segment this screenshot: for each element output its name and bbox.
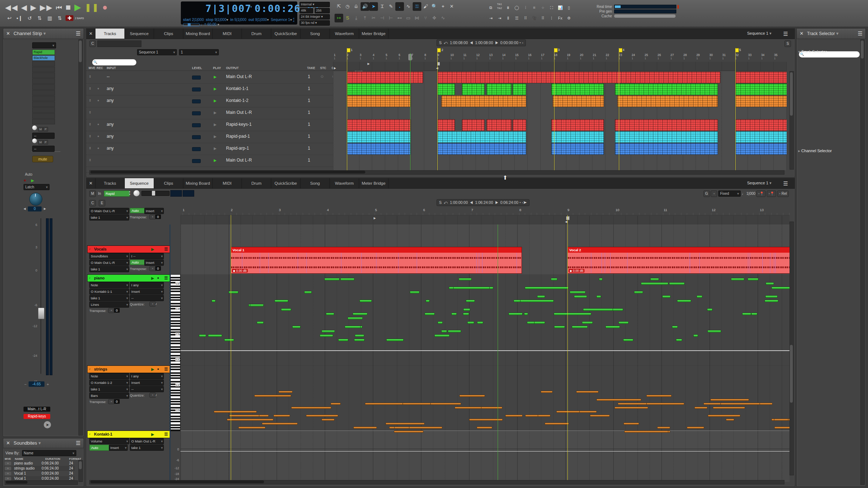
- punch-triangle[interactable]: ◀: [565, 220, 567, 223]
- skip-to-start-button[interactable]: ⏮: [56, 4, 63, 12]
- transpose-value[interactable]: 0: [155, 214, 161, 219]
- tracks-vscroll[interactable]: [790, 71, 794, 170]
- frame-rate-dropdown[interactable]: 30 fps nd ▾: [299, 20, 330, 26]
- clip-block[interactable]: [615, 84, 718, 95]
- lcd-out[interactable]: 9|1|000: [255, 18, 267, 22]
- soundbites-vscroll[interactable]: [78, 460, 83, 482]
- strip-dd-take1[interactable]: take 1 ▾: [89, 386, 129, 392]
- midi-note-green[interactable]: [765, 300, 778, 302]
- midi-note-green[interactable]: [572, 326, 588, 328]
- midi-note-green[interactable]: [426, 300, 429, 302]
- sequence-seq-menu[interactable]: Sequence 1 ▾: [747, 181, 771, 185]
- insert-slot-empty[interactable]: [32, 102, 55, 107]
- clip-block[interactable]: [735, 119, 787, 131]
- seq-metronome-knob[interactable]: [133, 190, 140, 196]
- strings-roll-region[interactable]: [180, 365, 790, 431]
- strip-play-icon[interactable]: ▶: [151, 275, 154, 282]
- clip-block[interactable]: [437, 84, 455, 95]
- midi-note-orange[interactable]: [227, 419, 273, 421]
- rec-dot[interactable]: ●: [97, 99, 99, 102]
- tab-tracks-drum[interactable]: Drum: [242, 29, 271, 39]
- loop-icon[interactable]: ↺: [25, 15, 34, 21]
- clip-block[interactable]: [437, 143, 526, 155]
- midi-note-green[interactable]: [669, 282, 685, 285]
- close-icon[interactable]: ✕: [86, 29, 95, 39]
- menu-icon[interactable]: ☰: [76, 438, 81, 448]
- midi-note-green[interactable]: [509, 313, 523, 315]
- midi-note-green[interactable]: [463, 308, 470, 311]
- insert-slot-empty[interactable]: [32, 96, 55, 101]
- clip-block[interactable]: [512, 119, 526, 131]
- tool-rows-icon[interactable]: ☰: [512, 14, 521, 22]
- strip-dd-b[interactable]: I any ▾: [130, 282, 164, 288]
- track-row-piano[interactable]: ⇕●any▶Kontakt-1-11♪piano: [86, 83, 333, 95]
- midi-note-green[interactable]: [353, 313, 367, 315]
- clip-block[interactable]: [735, 131, 787, 143]
- lcd-start[interactable]: 2|1|000: [192, 18, 204, 22]
- midi-note-green[interactable]: [338, 339, 348, 341]
- midi-note-green[interactable]: [634, 291, 643, 294]
- midi-note-green[interactable]: [618, 321, 629, 324]
- seq-velocity-slider[interactable]: [141, 191, 170, 196]
- sequence-menu-icon[interactable]: ☰: [783, 180, 788, 187]
- insert-slot-empty[interactable]: [32, 84, 55, 90]
- memory-start-triangle[interactable]: ▶: [367, 62, 370, 65]
- strip-menu-icon[interactable]: ☰: [164, 246, 168, 253]
- strip-dd-b[interactable]: -- ▾: [130, 295, 164, 301]
- tool-audition-icon[interactable]: ⇱: [335, 2, 343, 11]
- play-toggle[interactable]: ▶: [214, 158, 217, 162]
- tool-insert-up-icon[interactable]: ⤒: [361, 14, 369, 22]
- clip-block[interactable]: [462, 84, 485, 95]
- seq-selection-bar[interactable]: S ⤺ 1:00:00:00 ◀ 1:06:24:00 ▶ 0:06:24:00…: [437, 199, 529, 206]
- send-2-mute[interactable]: M: [38, 140, 43, 145]
- stop-at-counter-icon[interactable]: ▪❙: [15, 15, 24, 21]
- clip-block[interactable]: [512, 84, 526, 95]
- pause-button[interactable]: ❚❚: [85, 3, 99, 12]
- midi-note-green[interactable]: [676, 339, 682, 341]
- midi-note-orange[interactable]: [596, 399, 641, 401]
- midi-note-green[interactable]: [748, 278, 758, 281]
- tracks-search-input[interactable]: [92, 59, 136, 65]
- tool-metronome-icon[interactable]: 🕭: [352, 2, 361, 11]
- soundbite-row[interactable]: ≈piano audio0:06:24.0024: [4, 461, 75, 466]
- level-pill[interactable]: [192, 87, 201, 91]
- clip-block[interactable]: [437, 131, 526, 143]
- stop-button[interactable]: ■: [65, 2, 72, 12]
- play-toggle[interactable]: ▶: [214, 123, 217, 127]
- midi-note-green[interactable]: [641, 282, 668, 285]
- track-row-kontakt-1[interactable]: ⇕▶Main Out L-R1▦Kontakt-1: [86, 107, 333, 119]
- midi-note-green[interactable]: [697, 295, 702, 298]
- tool-gear-icon[interactable]: ⚙: [565, 14, 573, 22]
- rec-dot[interactable]: ●: [97, 134, 99, 138]
- record-button[interactable]: ●: [102, 2, 109, 12]
- midi-note-green[interactable]: [453, 287, 490, 289]
- midi-note-green[interactable]: [229, 291, 238, 294]
- tool-camera-icon[interactable]: 🎥: [530, 14, 539, 22]
- audio-clip-1[interactable]: Vocal 1◆ 0.00 dB: [231, 247, 522, 274]
- strip-play-icon[interactable]: ▶: [151, 246, 154, 253]
- midi-note-orange[interactable]: [353, 427, 377, 429]
- output-assign-button[interactable]: Main...t L-R: [24, 407, 50, 412]
- play-toggle[interactable]: ▶: [214, 146, 217, 150]
- tracks-menu-icon[interactable]: ☰: [783, 31, 788, 37]
- strip-dd-b[interactable]: take 1 ▾: [130, 445, 164, 451]
- take-value[interactable]: 1: [308, 98, 310, 103]
- midi-note-green[interactable]: [212, 300, 216, 302]
- auto-dropdown[interactable]: Auto: [130, 208, 146, 213]
- clip-block[interactable]: [551, 119, 604, 131]
- selector-group-row[interactable]: ▾ Track Selector: [798, 50, 827, 54]
- tool-cols-icon[interactable]: ⫴: [504, 14, 512, 22]
- tab-tracks-mixing-board[interactable]: Mixing Board: [183, 29, 213, 39]
- midi-note-orange[interactable]: [259, 415, 269, 417]
- strip-preset-dropdown[interactable]: ▾: [32, 42, 56, 48]
- midi-note-orange[interactable]: [710, 399, 749, 401]
- midi-note-orange[interactable]: [262, 423, 298, 425]
- marker-flag-5[interactable]: 5: [735, 48, 739, 52]
- midi-note-green[interactable]: [707, 330, 721, 333]
- output-value[interactable]: Main Out L-R: [226, 110, 252, 115]
- midi-note-green[interactable]: [304, 291, 312, 294]
- tracks-bar-ruler[interactable]: 1121314151617181911011111211311411511611…: [333, 53, 787, 62]
- track-row-vocals[interactable]: ⇕--▶Main Out L-R1⏻⏻≈Vocals: [86, 71, 333, 84]
- insert-slot-empty[interactable]: [32, 73, 55, 78]
- move-handle[interactable]: ⇕: [89, 146, 92, 150]
